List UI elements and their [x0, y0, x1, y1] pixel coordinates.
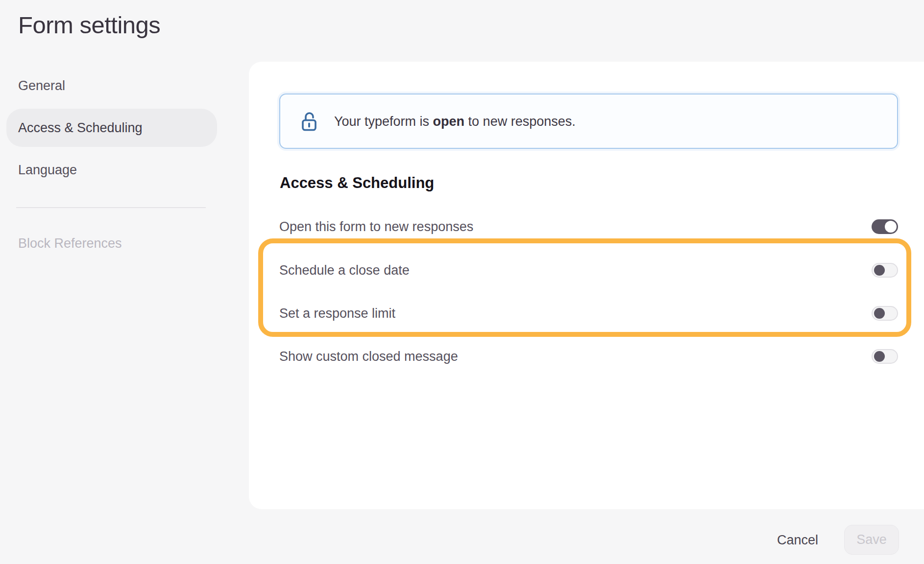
- status-text-suffix: to new responses.: [464, 114, 576, 129]
- sidebar-item-label: General: [18, 78, 65, 94]
- toggle-closed-message[interactable]: [872, 349, 898, 364]
- toggle-open-form[interactable]: [872, 219, 898, 234]
- toggle-response-limit[interactable]: [872, 306, 898, 321]
- status-text-prefix: Your typeform is: [334, 114, 433, 129]
- section-heading: Access & Scheduling: [280, 173, 434, 193]
- setting-label-closed-message: Show custom closed message: [279, 349, 458, 364]
- status-banner-text: Your typeform is open to new responses.: [334, 113, 576, 130]
- page-title: Form settings: [18, 10, 160, 40]
- save-button[interactable]: Save: [844, 525, 899, 555]
- toggle-knob: [885, 221, 897, 233]
- sidebar-item-label: Access & Scheduling: [18, 120, 143, 136]
- cancel-button[interactable]: Cancel: [766, 525, 829, 555]
- form-settings-modal: Form settings General Access & Schedulin…: [0, 0, 924, 564]
- setting-row-closed-message: Show custom closed message: [279, 349, 898, 364]
- setting-row-open-form: Open this form to new responses: [279, 219, 898, 234]
- toggle-knob: [874, 308, 885, 319]
- setting-label-close-date: Schedule a close date: [279, 263, 410, 278]
- sidebar-item-block-references: Block References: [6, 224, 217, 262]
- sidebar-divider: [16, 207, 206, 208]
- sidebar-item-access-scheduling[interactable]: Access & Scheduling: [6, 109, 217, 147]
- unlock-icon: [301, 112, 317, 131]
- toggle-knob: [874, 351, 885, 362]
- status-banner: Your typeform is open to new responses.: [279, 94, 898, 149]
- sidebar-item-label: Language: [18, 163, 77, 178]
- toggle-knob: [874, 265, 885, 276]
- status-text-open: open: [433, 114, 465, 129]
- setting-label-response-limit: Set a response limit: [279, 306, 395, 321]
- sidebar-item-label: Block References: [18, 236, 122, 251]
- toggle-close-date[interactable]: [872, 263, 898, 278]
- setting-label-open-form: Open this form to new responses: [279, 219, 473, 235]
- sidebar-item-general[interactable]: General: [6, 67, 217, 105]
- sidebar-item-language[interactable]: Language: [6, 151, 217, 189]
- setting-row-response-limit: Set a response limit: [279, 306, 898, 321]
- setting-row-close-date: Schedule a close date: [279, 263, 898, 278]
